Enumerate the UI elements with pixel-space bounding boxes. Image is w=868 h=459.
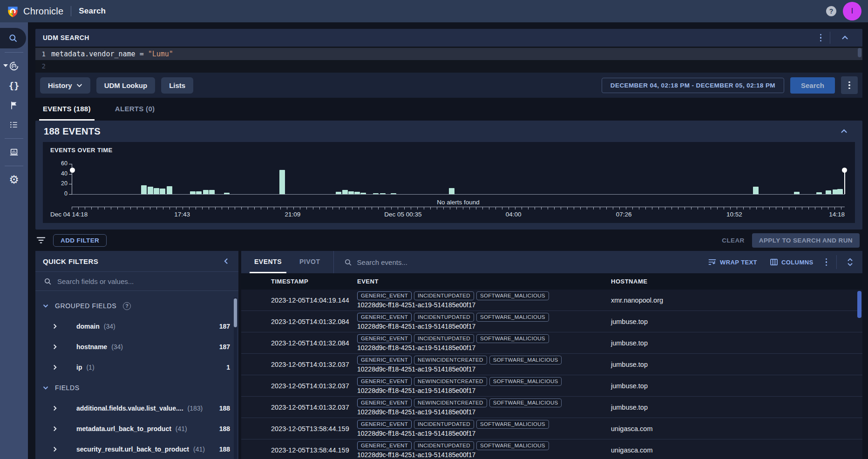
event-row[interactable]: 2023-12-05T14:01:32.084GENERIC_EVENTINCI…: [241, 332, 862, 354]
event-row[interactable]: 2023-12-05T14:01:32.084GENERIC_EVENTINCI…: [241, 311, 862, 332]
chevron-right-icon[interactable]: [53, 344, 57, 350]
event-row[interactable]: 2023-12-05T14:01:32.037GENERIC_EVENTNEWI…: [241, 375, 862, 397]
column-header-timestamp[interactable]: TIMESTAMP: [271, 278, 357, 285]
event-row[interactable]: 2023-12-05T13:58:44.159GENERIC_EVENTINCI…: [241, 418, 862, 439]
tab-results-events[interactable]: EVENTS: [250, 251, 286, 273]
chart-bar[interactable]: [148, 187, 153, 194]
wrap-text-button[interactable]: WRAP TEXT: [704, 256, 762, 269]
chart-bar[interactable]: [373, 193, 379, 194]
sidebar-item-detections[interactable]: [0, 56, 28, 76]
collapse-quick-filters-button[interactable]: [221, 257, 231, 265]
event-row[interactable]: 2023-12-05T14:04:19.144GENERIC_EVENTINCI…: [241, 290, 862, 311]
udm-lookup-button[interactable]: UDM Lookup: [96, 77, 155, 94]
chart-bar[interactable]: [336, 192, 341, 194]
column-header-hostname[interactable]: HOSTNAME: [611, 278, 862, 285]
help-icon[interactable]: ?: [123, 302, 131, 310]
quick-filter-row[interactable]: additional.fields.value.list_value....(1…: [35, 398, 238, 418]
chronicle-app: Chronicle Search ? I {}: [0, 0, 868, 459]
results-more-menu-icon[interactable]: [822, 256, 831, 268]
chart-bar[interactable]: [141, 185, 147, 195]
search-events-input[interactable]: Search events...: [344, 251, 407, 273]
chart-bar[interactable]: [354, 192, 360, 194]
sidebar-item-search[interactable]: [0, 28, 26, 48]
quick-filters-search[interactable]: Search fields or values...: [35, 272, 238, 291]
collapse-panel-button[interactable]: [835, 34, 855, 41]
x-axis-label: 17:43: [174, 211, 190, 218]
table-scrollbar-thumb[interactable]: [857, 291, 861, 318]
chart-bar[interactable]: [203, 190, 209, 194]
query-editor[interactable]: 1 metadata.vendor_name = "Lumu" 2: [35, 47, 862, 73]
columns-button[interactable]: COLUMNS: [766, 256, 818, 269]
chart-bar[interactable]: [794, 192, 800, 194]
sidebar-item-flagged[interactable]: [0, 95, 28, 115]
chart-bar[interactable]: [380, 193, 386, 194]
range-handle-right[interactable]: [842, 168, 847, 173]
chevron-left-icon: [224, 258, 228, 264]
chart-bar[interactable]: [160, 189, 165, 194]
chart-bar[interactable]: [209, 190, 215, 194]
udm-more-menu-icon[interactable]: [816, 32, 826, 44]
chevron-right-icon[interactable]: [53, 364, 57, 370]
chart-bar[interactable]: [196, 191, 202, 195]
quick-filters-section-header[interactable]: FIELDS: [35, 378, 238, 398]
sidebar-item-dashboards[interactable]: [0, 142, 28, 162]
search-run-button[interactable]: Search: [790, 77, 835, 94]
tab-results-pivot[interactable]: PIVOT: [295, 251, 325, 273]
chart-bar[interactable]: [154, 188, 159, 194]
event-row[interactable]: 2023-12-05T13:58:44.159GENERIC_EVENTINCI…: [241, 439, 862, 459]
chart-bar[interactable]: [190, 191, 196, 195]
tab-events[interactable]: EVENTS (188): [39, 98, 95, 121]
brand[interactable]: Chronicle: [7, 5, 63, 18]
chart-bar[interactable]: [342, 190, 348, 194]
chart-bar[interactable]: [837, 189, 843, 194]
quick-filter-row[interactable]: ip(1)1: [35, 357, 238, 378]
column-header-event[interactable]: EVENT: [357, 278, 611, 285]
quick-filters-scrollbar-thumb[interactable]: [234, 298, 237, 327]
clear-button[interactable]: CLEAR: [722, 237, 745, 244]
chevron-right-icon[interactable]: [53, 405, 57, 411]
expand-rows-button[interactable]: [842, 255, 858, 269]
sidebar-item-case-list[interactable]: [0, 115, 28, 135]
help-icon[interactable]: ?: [826, 6, 836, 16]
filter-icon[interactable]: [36, 236, 46, 244]
sidebar-item-rules-editor[interactable]: {}: [0, 76, 28, 95]
event-row[interactable]: 2023-12-05T14:01:32.037GENERIC_EVENTNEWI…: [241, 354, 862, 375]
chart-bar[interactable]: [224, 193, 230, 194]
editor-scrollbar[interactable]: [858, 48, 861, 57]
chart-bar[interactable]: [391, 193, 396, 194]
lists-button[interactable]: Lists: [161, 77, 193, 94]
quick-filter-row[interactable]: metadata.url_back_to_product(41)188: [35, 418, 238, 439]
chart-bar[interactable]: [753, 187, 759, 194]
chart-bar[interactable]: [348, 191, 354, 195]
chevron-right-icon[interactable]: [53, 324, 57, 329]
chart-bar[interactable]: [279, 170, 285, 194]
event-row[interactable]: 2023-12-05T14:01:32.037GENERIC_EVENTNEWI…: [241, 397, 862, 418]
chevron-right-icon[interactable]: [53, 446, 57, 452]
chart-bar[interactable]: [360, 193, 366, 194]
quick-filter-row[interactable]: domain(34)187: [35, 316, 238, 337]
chart-bar[interactable]: [167, 186, 172, 194]
toolbar-more-button[interactable]: [841, 76, 858, 94]
range-handle-left[interactable]: [70, 168, 75, 173]
add-filter-button[interactable]: ADD FILTER: [53, 234, 107, 247]
history-button[interactable]: History: [40, 77, 90, 94]
query-line-1[interactable]: 1 metadata.vendor_name = "Lumu": [35, 48, 862, 60]
chart-bar[interactable]: [826, 190, 831, 194]
apply-to-search-button[interactable]: APPLY TO SEARCH AND RUN: [752, 233, 860, 248]
collapse-summary-button[interactable]: [834, 128, 854, 135]
quick-filter-row[interactable]: hostname(34)187: [35, 337, 238, 357]
quick-filters-section-header[interactable]: GROUPED FIELDS?: [35, 296, 238, 316]
query-line-2[interactable]: 2: [35, 60, 862, 72]
chart-bar[interactable]: [816, 192, 822, 194]
brand-name: Chronicle: [23, 6, 63, 17]
quick-filter-row[interactable]: security_result.url_back_to_product(41)1…: [35, 439, 238, 459]
avatar[interactable]: I: [843, 2, 861, 20]
sidebar-item-settings[interactable]: ⚙: [0, 170, 28, 189]
tab-alerts[interactable]: ALERTS (0): [111, 98, 159, 121]
date-range-button[interactable]: DECEMBER 04, 02:18 PM - DECEMBER 05, 02:…: [602, 78, 784, 93]
chevron-right-icon[interactable]: [53, 426, 57, 432]
chart-bar[interactable]: [449, 188, 454, 194]
divider: [830, 32, 830, 44]
field-total-count: 188: [219, 446, 230, 453]
chart-plot-area[interactable]: 6040200: [72, 164, 845, 195]
